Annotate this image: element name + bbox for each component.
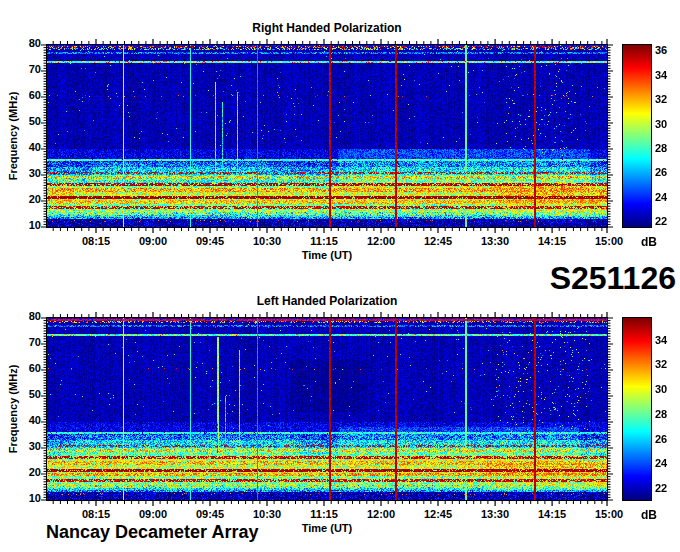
y-tick-label: 30 [10, 441, 41, 453]
lhp-colorbar-unit: dB [636, 509, 662, 522]
x-tick-label: 15:00 [587, 236, 631, 248]
colorbar-tick-label: 30 [655, 384, 680, 396]
y-tick-label: 40 [10, 142, 41, 154]
x-tick-label: 10:30 [245, 236, 289, 248]
colorbar-tick-label: 26 [655, 434, 680, 446]
rhp-plot-area [46, 44, 608, 228]
colorbar-tick-label: 24 [655, 458, 680, 470]
colorbar-tick-label: 22 [655, 216, 680, 228]
x-tick-label: 09:45 [188, 509, 232, 521]
y-tick-label: 20 [10, 194, 41, 206]
colorbar-tick-label: 34 [655, 335, 680, 347]
colorbar-tick-label: 30 [655, 119, 680, 131]
lhp-colorbar [623, 318, 651, 500]
x-tick-label: 13:30 [473, 509, 517, 521]
x-tick-label: 12:00 [359, 509, 403, 521]
y-tick-label: 80 [10, 311, 41, 323]
colorbar-tick-label: 32 [655, 359, 680, 371]
x-tick-label: 08:15 [74, 509, 118, 521]
x-tick-label: 14:15 [530, 509, 574, 521]
rhp-colorbar-frame [622, 44, 652, 228]
x-tick-label: 09:00 [131, 509, 175, 521]
lhp-spectrogram-canvas [47, 318, 607, 500]
x-tick-label: 14:15 [530, 236, 574, 248]
y-tick-label: 80 [10, 38, 41, 50]
colorbar-tick-label: 32 [655, 94, 680, 106]
x-tick-label: 12:45 [416, 509, 460, 521]
rhp-panel-title: Right Handed Polarization [47, 22, 607, 35]
x-tick-label: 11:15 [302, 236, 346, 248]
x-tick-label: 09:00 [131, 236, 175, 248]
colorbar-tick-label: 24 [655, 192, 680, 204]
x-tick-label: 13:30 [473, 236, 517, 248]
rhp-spectrogram-canvas [47, 45, 607, 227]
lhp-plot-area [46, 317, 608, 501]
x-tick-label: 09:45 [188, 236, 232, 248]
colorbar-tick-label: 28 [655, 409, 680, 421]
lhp-colorbar-frame [622, 317, 652, 501]
y-tick-label: 20 [10, 467, 41, 479]
y-tick-label: 40 [10, 415, 41, 427]
observatory-label: Nancay Decameter Array [46, 523, 258, 542]
y-tick-label: 60 [10, 363, 41, 375]
lhp-panel-title: Left Handed Polarization [47, 295, 607, 308]
y-tick-label: 10 [10, 493, 41, 505]
y-tick-label: 10 [10, 220, 41, 232]
colorbar-tick-label: 34 [655, 70, 680, 82]
y-tick-label: 50 [10, 116, 41, 128]
x-tick-label: 15:00 [587, 509, 631, 521]
y-tick-label: 70 [10, 337, 41, 349]
y-tick-label: 60 [10, 90, 41, 102]
solar-radio-spectrogram-figure: Right Handed Polarization Frequency (MHz… [0, 0, 680, 552]
colorbar-tick-label: 28 [655, 143, 680, 155]
rhp-colorbar-unit: dB [636, 236, 662, 249]
x-tick-label: 12:45 [416, 236, 460, 248]
rhp-x-axis-label: Time (UT) [47, 250, 607, 262]
y-tick-label: 70 [10, 64, 41, 76]
y-tick-label: 50 [10, 389, 41, 401]
colorbar-tick-label: 22 [655, 483, 680, 495]
rhp-colorbar [623, 45, 651, 227]
x-tick-label: 11:15 [302, 509, 346, 521]
x-tick-label: 08:15 [74, 236, 118, 248]
x-tick-label: 10:30 [245, 509, 289, 521]
y-tick-label: 30 [10, 168, 41, 180]
x-tick-label: 12:00 [359, 236, 403, 248]
colorbar-tick-label: 26 [655, 167, 680, 179]
event-id-label: S251126 [396, 262, 676, 296]
colorbar-tick-label: 36 [655, 45, 680, 57]
